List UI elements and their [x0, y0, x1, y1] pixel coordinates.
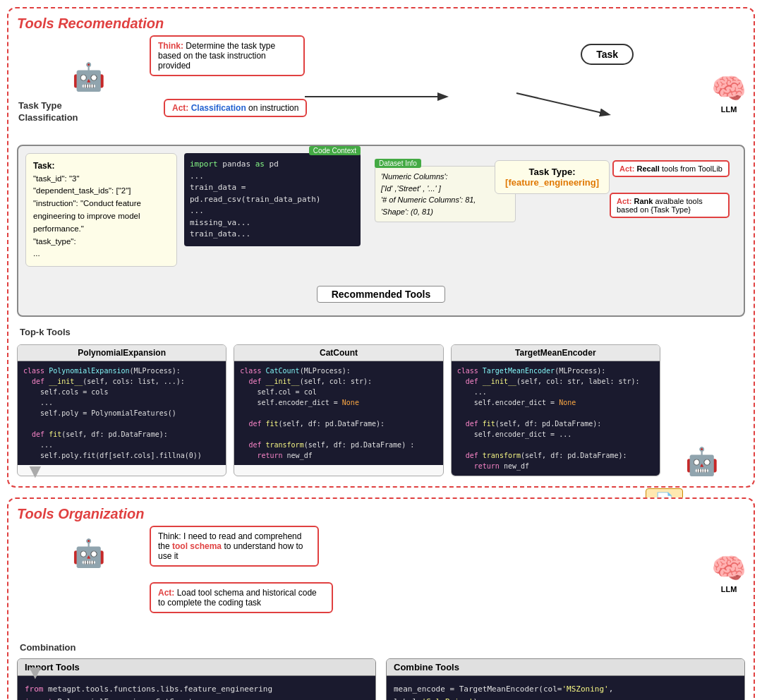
tool-cards-row: PolynomialExpansion class PolynomialExpa… — [17, 344, 660, 476]
code-context-badge: Code Context — [309, 146, 361, 155]
tools-recommendation-section: Tools Recomendation Task TypeClassificat… — [7, 7, 755, 488]
svg-line-1 — [516, 93, 608, 114]
import-tools-content: from metagpt.tools.functions.libs.featur… — [18, 676, 375, 700]
tool-card-targetmean: TargetMeanEncoder class TargetMeanEncode… — [451, 344, 660, 476]
main-gray-inner: Task: "task_id": "3" "dependent_task_ids… — [25, 153, 737, 273]
tool-card-polynomial-header: PolynomialExpansion — [18, 345, 226, 361]
tool-card-catcount-code: class CatCount(MLProcess): def __init__(… — [234, 361, 442, 465]
gray-arrow-bottom: ▼ — [25, 661, 45, 684]
main-container: Tools Recomendation Task TypeClassificat… — [7, 7, 755, 700]
think-box-top: Think: Determine the task type based on … — [150, 35, 305, 76]
task-type-field: "task_type": — [33, 236, 169, 248]
combine-tools-box: Combine Tools mean_encode = TargetMeanEn… — [386, 658, 745, 700]
llm-label-top: LLM — [711, 105, 746, 114]
think-box-org: Think: I need to read and comprehend the… — [150, 526, 319, 567]
llm-brain-top: 🧠 LLM — [711, 72, 746, 114]
bottom-section-title: Tools Organization — [17, 506, 745, 522]
act-classification-suffix: on instruction — [248, 103, 298, 113]
combination-label: Combination — [20, 642, 745, 653]
task-card: Task: "task_id": "3" "dependent_task_ids… — [25, 153, 177, 267]
recommended-tools-label: Recommended Tools — [317, 286, 446, 303]
top-section-title: Tools Recomendation — [17, 16, 745, 32]
tool-card-polynomial-code: class PolynomialExpansion(MLProcess): de… — [18, 361, 226, 465]
topk-row: Top-k Tools — [17, 322, 745, 340]
code-context-box: import pandas as pd ... train_data = pd.… — [184, 153, 361, 246]
act-label-classification: Act: — [172, 103, 188, 113]
task-instruction: "instruction": "Conduct feature engineer… — [33, 198, 169, 235]
tool-card-polynomial: PolynomialExpansion class PolynomialExpa… — [17, 344, 226, 476]
task-type-classification-label: Task TypeClassification — [18, 100, 78, 124]
act-classification: Act: Classification on instruction — [164, 99, 307, 117]
robot-icon-top: 🤖 — [72, 61, 105, 92]
code-context-wrap: Code Context import pandas as pd ... tra… — [184, 153, 361, 246]
task-type-value: [feature_engineering] — [505, 177, 599, 188]
task-dots: ... — [33, 248, 169, 260]
tool-card-catcount-header: CatCount — [234, 345, 442, 361]
task-type-box-label: Task Type: — [505, 167, 599, 177]
import-tools-box: Import Tools from metagpt.tools.function… — [17, 658, 376, 700]
combine-tools-content: mean_encode = TargetMeanEncoder(col='MSZ… — [387, 676, 744, 700]
act-rank: Act: Rank avalbale tools based on {Task … — [610, 193, 730, 218]
tool-card-targetmean-code: class TargetMeanEncoder(MLProcess): def … — [452, 361, 660, 476]
tool-card-targetmean-header: TargetMeanEncoder — [452, 345, 660, 361]
tools-organization-section: Tools Organization 🤖 Think: I need to re… — [7, 497, 755, 700]
task-id: "task_id": "3" — [33, 173, 169, 186]
bottom-tools-row: Import Tools from metagpt.tools.function… — [17, 658, 745, 700]
dataset-badge: Dataset Info — [375, 159, 421, 168]
tool-card-catcount: CatCount class CatCount(MLProcess): def … — [234, 344, 443, 476]
act-classification-text: Classification — [191, 103, 246, 113]
import-tools-header: Import Tools — [18, 659, 375, 676]
act-load-box: Act: Load tool schema and historical cod… — [150, 582, 333, 613]
robot-icon-topk: 🤖 — [685, 446, 718, 477]
act-recall: Act: Recall tools from ToolLib — [612, 160, 730, 177]
think-label: Think: — [158, 41, 183, 51]
topk-label: Top-k Tools — [20, 327, 71, 337]
main-gray-box: Task: "task_id": "3" "dependent_task_ids… — [17, 145, 745, 317]
gray-arrow-topk: ▼ — [25, 460, 45, 483]
combine-tools-header: Combine Tools — [387, 659, 744, 676]
task-type-box: Task Type: [feature_engineering] — [495, 160, 610, 194]
llm-brain-bottom: 🧠 LLM — [711, 552, 746, 593]
cloud-task: Task — [581, 44, 634, 65]
recommended-center: Recommended Tools — [25, 279, 737, 308]
robot-icon-bottom: 🤖 — [72, 538, 105, 569]
llm-label-bottom: LLM — [711, 585, 746, 593]
task-dep: "dependent_task_ids": ["2"] — [33, 185, 169, 198]
